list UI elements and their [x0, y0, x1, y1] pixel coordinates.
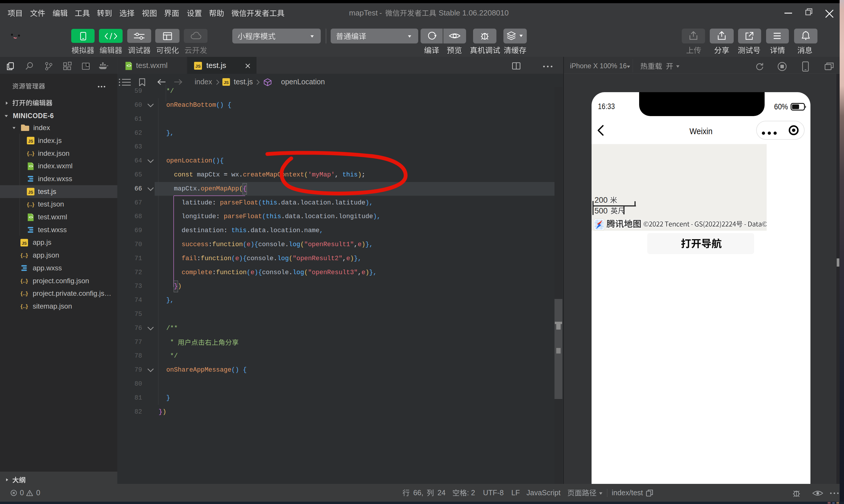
svg-text:JS: JS — [28, 139, 33, 144]
svg-text:{..}: {..} — [27, 150, 34, 156]
svg-text:<>: <> — [29, 215, 33, 219]
svg-text:{..}: {..} — [20, 278, 28, 284]
svg-text:JS: JS — [28, 190, 33, 194]
svg-text:{..}: {..} — [20, 303, 28, 309]
svg-text:<>: <> — [127, 63, 131, 68]
svg-text:JS: JS — [22, 241, 27, 245]
svg-text:{..}: {..} — [20, 252, 28, 258]
svg-text:{..}: {..} — [27, 201, 34, 208]
svg-text:JS: JS — [224, 80, 229, 85]
svg-text:JS: JS — [195, 64, 201, 69]
svg-text:{..}: {..} — [20, 290, 28, 296]
svg-text:<>: <> — [29, 164, 33, 168]
